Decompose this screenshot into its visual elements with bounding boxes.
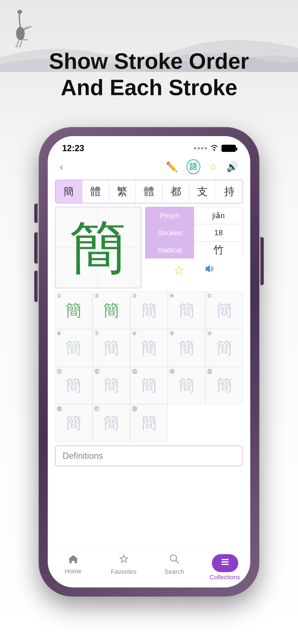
search-label: Search — [164, 568, 184, 576]
strokes-row: Strokes 18 — [145, 224, 243, 241]
collections-label: Collections — [210, 574, 240, 581]
strokes-value: 18 — [194, 224, 243, 241]
signal-dot-4 — [205, 147, 207, 150]
char-cell-3[interactable]: 體 — [136, 180, 163, 203]
signal-dot-1 — [194, 147, 196, 150]
definitions-section: Definitions — [55, 446, 243, 466]
detail-sound-icon[interactable] — [204, 263, 215, 277]
phone-button-silent — [34, 204, 38, 223]
collections-icon-bg — [212, 554, 238, 572]
heading-line2: And Each Stroke — [0, 74, 298, 100]
top-nav: ‹ ✏️ 語 ☆ 🔊 — [48, 156, 250, 178]
stroke-cell-2[interactable]: ② 簡 — [93, 292, 130, 329]
stroke-cell-14[interactable]: ⑭ 簡 — [168, 367, 205, 404]
radical-value: 竹 — [194, 242, 243, 258]
stroke-cell-11[interactable]: ⑪ 簡 — [55, 367, 93, 404]
battery-icon — [221, 145, 236, 152]
stroke-cell-4[interactable]: ④ 簡 — [168, 292, 205, 329]
svg-point-2 — [19, 10, 21, 12]
char-cell-0[interactable]: 簡 — [55, 180, 82, 203]
stroke-cell-empty-2 — [205, 404, 243, 442]
pinyin-row: Pinyin jiǎn — [145, 207, 243, 224]
collections-icon — [221, 558, 230, 569]
edit-icon[interactable]: ✏️ — [166, 161, 178, 172]
stroke-cell-18[interactable]: ⑱ 簡 — [130, 404, 168, 442]
char-main: 簡 — [69, 219, 127, 276]
stroke-row-3: ⑪ 簡 ⑫ 簡 ⑬ 簡 ⑭ 簡 — [55, 367, 243, 404]
phone-frame: 12:23 — [39, 127, 259, 596]
lang-icon[interactable]: 語 — [186, 159, 200, 174]
signal-dot-2 — [198, 147, 200, 150]
stroke-cell-16[interactable]: ⑯ 簡 — [55, 404, 93, 442]
svg-rect-10 — [221, 561, 229, 562]
svg-rect-9 — [221, 559, 229, 560]
stroke-cell-empty-1 — [168, 404, 205, 442]
search-icon — [170, 554, 179, 566]
phone-button-power — [260, 237, 264, 285]
svg-rect-11 — [221, 564, 229, 565]
char-cell-5[interactable]: 支 — [189, 180, 216, 203]
favorites-icon — [118, 554, 129, 566]
detail-star-icon[interactable]: ☆ — [174, 263, 185, 277]
info-panel: Pinyin jiǎn Strokes 18 Radical 竹 ☆ — [145, 207, 243, 288]
favorite-icon[interactable]: ☆ — [209, 161, 218, 172]
char-cell-2[interactable]: 繁 — [109, 180, 136, 203]
phone-mockup: 12:23 — [39, 127, 259, 606]
radical-row: Radical 竹 — [145, 241, 243, 258]
nav-actions: ✏️ 語 ☆ 🔊 — [166, 159, 238, 174]
char-detail: 簡 簡 Pinyin jiǎn Strokes 18 Radical — [55, 207, 243, 288]
phone-button-vol-down — [34, 271, 38, 302]
phone-screen: 12:23 — [48, 136, 250, 588]
back-button[interactable]: ‹ — [60, 161, 63, 173]
char-strip: 簡 體 繁 體 都 支 持 — [55, 180, 243, 204]
stroke-cell-9[interactable]: ⑨ 簡 — [168, 329, 205, 367]
svg-marker-6 — [206, 265, 210, 273]
char-cell-4[interactable]: 都 — [163, 180, 189, 203]
stroke-cell-13[interactable]: ⑬ 簡 — [130, 367, 168, 404]
stroke-cell-5[interactable]: ⑤ 簡 — [205, 292, 243, 329]
stroke-cell-12[interactable]: ⑫ 簡 — [93, 367, 130, 404]
svg-point-3 — [214, 149, 215, 151]
char-cell-6[interactable]: 持 — [216, 180, 243, 203]
tab-favorites[interactable]: Favorites — [98, 554, 149, 576]
strokes-label: Strokes — [145, 224, 194, 241]
signal-dot-3 — [201, 147, 203, 150]
stroke-cell-17[interactable]: ⑰ 簡 — [93, 404, 130, 442]
sound-icon[interactable]: 🔊 — [226, 161, 238, 172]
status-bar: 12:23 — [48, 136, 250, 156]
stroke-cell-10[interactable]: ⑩ 簡 — [205, 329, 243, 367]
stroke-cell-15[interactable]: ⑮ 簡 — [205, 367, 243, 404]
radical-label: Radical — [145, 242, 194, 258]
stroke-cell-8[interactable]: ⑧ 簡 — [130, 329, 168, 367]
home-label: Home — [65, 568, 81, 575]
stroke-row-4: ⑯ 簡 ⑰ 簡 ⑱ 簡 — [55, 404, 243, 442]
stroke-cell-6[interactable]: ⑥ 簡 — [55, 329, 93, 367]
stroke-grid: ① 簡 ② 簡 ③ 簡 ④ 簡 — [55, 292, 243, 442]
tab-bar: Home Favorites — [48, 549, 250, 588]
signal-dots — [194, 147, 207, 150]
char-display: 簡 簡 — [55, 207, 141, 288]
stroke-row-1: ① 簡 ② 簡 ③ 簡 ④ 簡 — [55, 292, 243, 329]
stroke-cell-3[interactable]: ③ 簡 — [130, 292, 168, 329]
phone-button-vol-up — [34, 232, 38, 264]
stroke-cell-1[interactable]: ① 簡 — [55, 292, 93, 329]
char-cell-1[interactable]: 體 — [82, 180, 109, 203]
pinyin-value: jiǎn — [194, 207, 243, 224]
tab-home[interactable]: Home — [48, 554, 98, 575]
heading-line1: Show Stroke Order — [0, 48, 298, 74]
tab-search[interactable]: Search — [149, 554, 200, 576]
definitions-title: Definitions — [63, 451, 235, 461]
status-time: 12:23 — [62, 143, 84, 153]
tab-collections[interactable]: Collections — [200, 554, 250, 581]
pinyin-label: Pinyin — [145, 207, 194, 224]
favorites-label: Favorites — [111, 568, 136, 576]
stroke-cell-7[interactable]: ⑦ 簡 — [93, 329, 130, 367]
svg-line-8 — [176, 560, 179, 563]
home-icon — [68, 554, 78, 566]
main-heading: Show Stroke Order And Each Stroke — [0, 48, 298, 101]
action-icons: ☆ — [145, 263, 243, 277]
stroke-row-2: ⑥ 簡 ⑦ 簡 ⑧ 簡 ⑨ 簡 — [55, 329, 243, 367]
status-icons — [194, 144, 236, 152]
wifi-icon — [210, 144, 219, 152]
